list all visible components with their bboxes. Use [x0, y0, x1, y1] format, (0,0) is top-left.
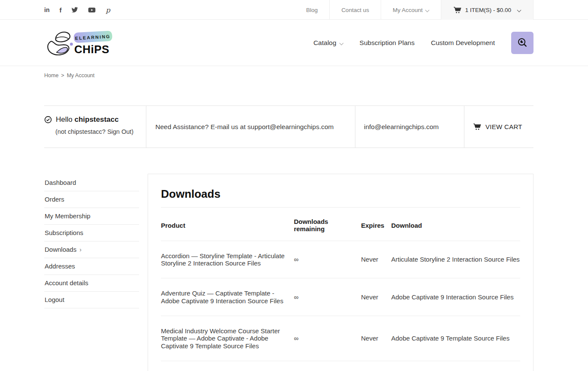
assistance-text: Need Assistance? E-mail us at support@el… — [155, 123, 334, 131]
nav-item-catalog[interactable]: Catalog — [313, 39, 343, 47]
topbar-link-blog[interactable]: Blog — [294, 0, 329, 20]
youtube-icon[interactable] — [88, 7, 96, 13]
product-name: Accordion — Storyline Template - Articul… — [161, 241, 294, 278]
email-cell: info@elearningchips.com — [355, 106, 464, 148]
page-title: Downloads — [161, 187, 520, 201]
account-info-bar: Hello chipstestacc (not chipstestacc? Si… — [44, 106, 533, 148]
pinterest-icon[interactable]: p — [106, 6, 110, 14]
account-sidebar: Dashboard Orders My Membership Subscript… — [44, 175, 139, 308]
product-name: Medical Industry Welcome Course Starter … — [161, 316, 294, 361]
chevron-right-icon: › — [79, 246, 82, 253]
chevron-down-icon — [518, 8, 521, 12]
divider — [161, 207, 520, 208]
table-row: Accordion — Storyline Template - Articul… — [161, 241, 520, 278]
column-header-product: Product — [161, 218, 294, 241]
download-link[interactable]: Adobe Captivate 9 Interaction Source Fil… — [391, 278, 521, 316]
check-circle-icon — [44, 116, 52, 124]
view-cart-button[interactable]: VIEW CART — [464, 106, 533, 148]
blog-link-label: Blog — [306, 7, 318, 13]
product-name: Adventure Quiz — Captivate Template - Ad… — [161, 278, 294, 316]
topbar-link-contact[interactable]: Contact us — [329, 0, 381, 20]
sidebar-item-orders[interactable]: Orders — [44, 191, 139, 208]
twitter-icon[interactable] — [71, 7, 78, 13]
breadcrumb: Home > My Account — [44, 66, 533, 78]
top-bar: in f p Blog Contact us My Account — [0, 0, 588, 20]
sidebar-item-dashboard[interactable]: Dashboard — [44, 175, 139, 191]
contact-email[interactable]: info@elearningchips.com — [364, 123, 439, 131]
username: chipstestacc — [74, 115, 118, 124]
column-header-download: Download — [391, 218, 521, 241]
nav-item-custom-development[interactable]: Custom Development — [431, 39, 495, 47]
sidebar-item-addresses[interactable]: Addresses — [44, 258, 139, 275]
mini-cart[interactable]: 1 ITEM(S) - $0.00 — [441, 0, 533, 20]
sidebar-item-my-membership[interactable]: My Membership — [44, 208, 139, 225]
cart-icon — [473, 123, 481, 131]
column-header-expires: Expires — [361, 218, 391, 241]
account-main: Dashboard Orders My Membership Subscript… — [44, 174, 533, 371]
view-cart-label: VIEW CART — [485, 123, 522, 130]
downloads-panel: Downloads Product Downloads remaining Ex… — [148, 174, 533, 371]
search-icon — [517, 37, 528, 48]
topbar-menu-my-account[interactable]: My Account — [381, 0, 441, 20]
downloads-remaining-value: ∞ — [294, 278, 361, 316]
chevron-down-icon — [426, 8, 429, 12]
site-header: ELEARNING CHiPS Catalog Subscription Pla… — [0, 20, 588, 66]
greeting-text: Hello chipstestacc — [56, 115, 118, 124]
subscription-plans-label: Subscription Plans — [360, 39, 415, 47]
column-header-downloads-remaining: Downloads remaining — [294, 218, 361, 241]
svg-text:CHiPS: CHiPS — [74, 43, 109, 55]
social-links: in f p — [44, 0, 110, 20]
expires-value: Never — [361, 241, 391, 278]
expires-value: Never — [361, 316, 391, 361]
greeting-prefix: Hello — [56, 115, 74, 124]
breadcrumb-current: My Account — [67, 72, 95, 78]
cart-icon — [453, 6, 461, 14]
sidebar-item-account-details[interactable]: Account details — [44, 275, 139, 292]
cart-summary: 1 ITEM(S) - $0.00 — [465, 7, 511, 13]
main-nav: Catalog Subscription Plans Custom Develo… — [313, 32, 533, 54]
chevron-down-icon — [340, 41, 343, 45]
assistance-cell: Need Assistance? E-mail us at support@el… — [146, 106, 355, 148]
custom-development-label: Custom Development — [431, 39, 495, 47]
download-link[interactable]: Articulate Storyline 2 Interaction Sourc… — [391, 241, 521, 278]
linkedin-icon[interactable]: in — [44, 6, 49, 13]
table-row: Adventure Quiz — Captivate Template - Ad… — [161, 278, 520, 316]
breadcrumb-home[interactable]: Home — [44, 72, 58, 78]
downloads-remaining-value: ∞ — [294, 316, 361, 361]
sidebar-item-downloads[interactable]: Downloads › — [44, 241, 139, 258]
contact-link-label: Contact us — [341, 7, 369, 13]
download-link[interactable]: Adobe Captivate 9 Template Source Files — [391, 316, 521, 361]
my-account-label: My Account — [393, 7, 423, 13]
expires-value: Never — [361, 278, 391, 316]
table-row: Medical Industry Welcome Course Starter … — [161, 316, 520, 361]
sidebar-item-logout[interactable]: Logout — [44, 292, 139, 308]
signout-note[interactable]: (not chipstestacc? Sign Out) — [55, 128, 146, 135]
catalog-label: Catalog — [313, 39, 336, 47]
search-button[interactable] — [511, 32, 533, 54]
downloads-table: Product Downloads remaining Expires Down… — [161, 218, 520, 361]
downloads-remaining-value: ∞ — [294, 241, 361, 278]
greeting-cell: Hello chipstestacc (not chipstestacc? Si… — [44, 106, 146, 148]
sidebar-item-subscriptions[interactable]: Subscriptions — [44, 225, 139, 241]
breadcrumb-separator: > — [61, 72, 64, 78]
nav-item-subscription-plans[interactable]: Subscription Plans — [360, 39, 415, 47]
facebook-icon[interactable]: f — [59, 6, 61, 14]
site-logo[interactable]: ELEARNING CHiPS — [44, 29, 116, 57]
